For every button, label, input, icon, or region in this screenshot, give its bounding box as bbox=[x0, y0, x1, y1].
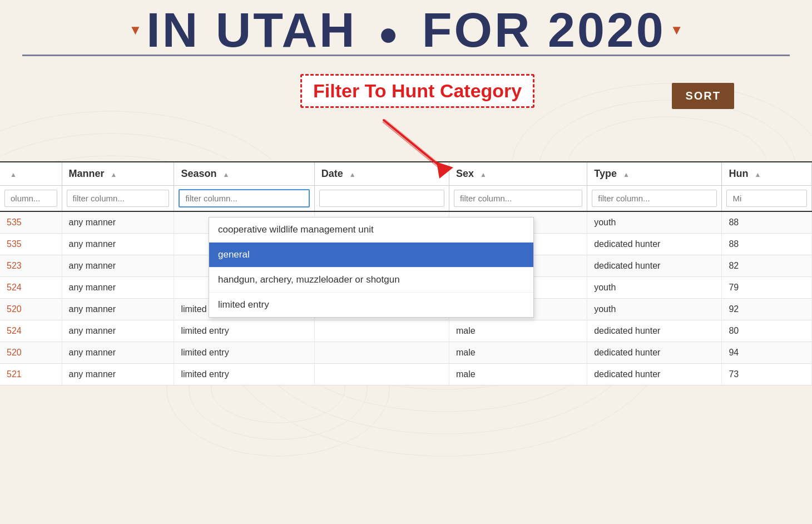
cell-hunt: 88 bbox=[722, 211, 812, 234]
cell-hunt: 82 bbox=[722, 255, 812, 277]
cell-id: 524 bbox=[0, 320, 62, 342]
dropdown-option-general[interactable]: general bbox=[209, 243, 533, 268]
cell-type: youth bbox=[587, 277, 722, 299]
cell-type: dedicated hunter bbox=[587, 255, 722, 277]
cell-id: 521 bbox=[0, 364, 62, 385]
cell-manner: any manner bbox=[62, 211, 174, 234]
cell-hunt: 94 bbox=[722, 342, 812, 364]
cell-type: youth bbox=[587, 211, 722, 234]
cell-date bbox=[314, 320, 449, 342]
filter-cell-type bbox=[587, 186, 722, 212]
table-filter-row bbox=[0, 186, 812, 212]
sort-arrow-hunt[interactable]: ▲ bbox=[754, 171, 761, 179]
dropdown-option-limited[interactable]: limited entry bbox=[209, 293, 533, 317]
cell-sex: male bbox=[449, 320, 587, 342]
filter-cell-date bbox=[314, 186, 449, 212]
sort-arrow-sex[interactable]: ▲ bbox=[480, 171, 487, 179]
filter-input-type[interactable] bbox=[592, 190, 717, 207]
cell-hunt: 73 bbox=[722, 364, 812, 385]
cell-id: 535 bbox=[0, 234, 62, 255]
cell-id: 535 bbox=[0, 211, 62, 234]
cell-manner: any manner bbox=[62, 299, 174, 320]
cell-season: limited entry bbox=[174, 364, 314, 385]
cell-hunt: 80 bbox=[722, 320, 812, 342]
table-row: 520 any manner limited entry male dedica… bbox=[0, 342, 812, 364]
header-divider bbox=[22, 55, 790, 56]
cell-id: 520 bbox=[0, 342, 62, 364]
cell-date bbox=[314, 342, 449, 364]
sort-arrow-season[interactable]: ▲ bbox=[222, 171, 229, 179]
sort-button[interactable]: SORT bbox=[672, 83, 734, 109]
svg-line-18 bbox=[385, 119, 446, 169]
filter-input-sex[interactable] bbox=[454, 190, 582, 207]
cell-id: 523 bbox=[0, 255, 62, 277]
cell-id: 524 bbox=[0, 277, 62, 299]
table-row: 524 any manner limited entry male dedica… bbox=[0, 320, 812, 342]
dropdown-option-handgun[interactable]: handgun, archery, muzzleloader or shotgu… bbox=[209, 268, 533, 293]
cell-manner: any manner bbox=[62, 364, 174, 385]
cell-manner: any manner bbox=[62, 320, 174, 342]
filter-cell-id bbox=[0, 186, 62, 212]
cell-season: limited entry bbox=[174, 320, 314, 342]
sort-arrow-manner[interactable]: ▲ bbox=[111, 171, 117, 179]
svg-line-15 bbox=[384, 120, 445, 170]
annotation-arrow bbox=[367, 115, 478, 184]
filter-input-manner[interactable] bbox=[67, 190, 170, 207]
filter-annotation-label: Filter To Hunt Category bbox=[300, 74, 534, 108]
col-header-season[interactable]: Season ▲ bbox=[174, 162, 314, 186]
filter-cell-sex bbox=[449, 186, 587, 212]
cell-manner: any manner bbox=[62, 234, 174, 255]
annotation-area: Filter To Hunt Category SORT bbox=[0, 62, 812, 162]
table-row: 521 any manner limited entry male dedica… bbox=[0, 364, 812, 385]
cell-type: dedicated hunter bbox=[587, 342, 722, 364]
page-title: IN UTAH ● FOR 2020 bbox=[146, 6, 665, 55]
svg-marker-16 bbox=[437, 162, 453, 179]
col-header-hunt[interactable]: Hun ▲ bbox=[722, 162, 812, 186]
filter-cell-hunt bbox=[722, 186, 812, 212]
cell-hunt: 88 bbox=[722, 234, 812, 255]
filter-cell-season bbox=[174, 186, 314, 212]
cell-hunt: 79 bbox=[722, 277, 812, 299]
cell-manner: any manner bbox=[62, 255, 174, 277]
filter-input-season[interactable] bbox=[179, 189, 309, 207]
cell-manner: any manner bbox=[62, 342, 174, 364]
col-header-id[interactable]: ▲ bbox=[0, 162, 62, 186]
sort-arrow-type[interactable]: ▲ bbox=[623, 171, 630, 179]
cell-sex: male bbox=[449, 342, 587, 364]
cell-hunt: 92 bbox=[722, 299, 812, 320]
filter-cell-manner bbox=[62, 186, 174, 212]
season-dropdown: cooperative wildlife management unit gen… bbox=[209, 217, 534, 318]
cell-date bbox=[314, 364, 449, 385]
sort-arrow-id[interactable]: ▲ bbox=[10, 171, 17, 179]
dropdown-option-cwmu[interactable]: cooperative wildlife management unit bbox=[209, 217, 533, 243]
cell-manner: any manner bbox=[62, 277, 174, 299]
cell-type: youth bbox=[587, 299, 722, 320]
filter-input-date[interactable] bbox=[319, 190, 444, 207]
svg-line-17 bbox=[383, 122, 444, 172]
page-header: ▼ IN UTAH ● FOR 2020 ▼ bbox=[0, 0, 812, 55]
sort-arrow-date[interactable]: ▲ bbox=[349, 171, 356, 179]
filter-input-hunt[interactable] bbox=[726, 190, 807, 207]
cell-type: dedicated hunter bbox=[587, 320, 722, 342]
cell-type: dedicated hunter bbox=[587, 364, 722, 385]
dropdown-arrow-right[interactable]: ▼ bbox=[670, 23, 684, 38]
cell-season: limited entry bbox=[174, 342, 314, 364]
col-header-type[interactable]: Type ▲ bbox=[587, 162, 722, 186]
col-header-manner[interactable]: Manner ▲ bbox=[62, 162, 174, 186]
cell-id: 520 bbox=[0, 299, 62, 320]
cell-type: dedicated hunter bbox=[587, 234, 722, 255]
cell-sex: male bbox=[449, 364, 587, 385]
dropdown-arrow-left[interactable]: ▼ bbox=[129, 23, 142, 38]
filter-input-id[interactable] bbox=[4, 190, 57, 207]
